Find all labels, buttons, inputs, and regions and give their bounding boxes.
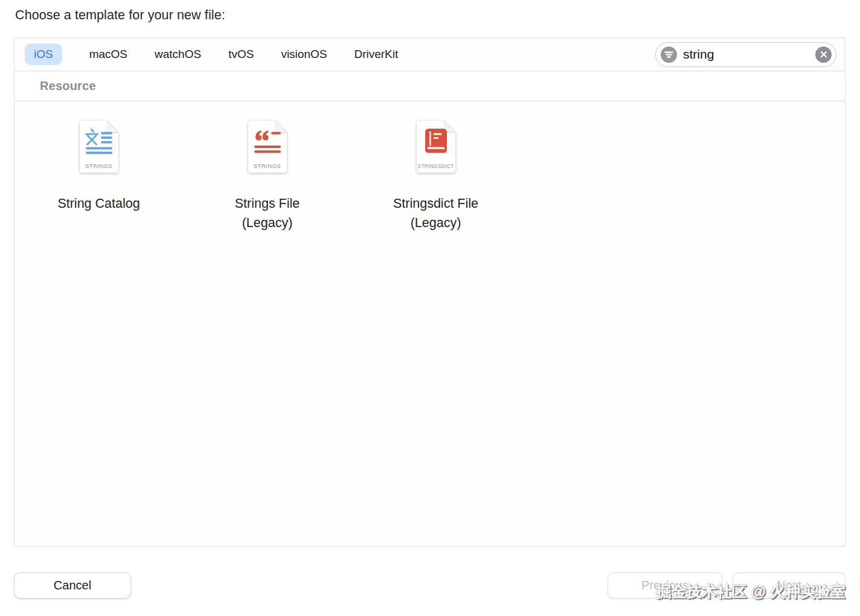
template-item-string-catalog[interactable]: STRINGS String Catalog [14, 120, 183, 233]
template-name: String Catalog [57, 194, 140, 213]
document-type-badge: STRINGS [79, 162, 119, 169]
tab-driverkit[interactable]: DriverKit [354, 43, 398, 65]
template-name: Stringsdict File (Legacy) [393, 194, 478, 233]
next-button[interactable]: Next [733, 573, 846, 598]
template-name: Strings File (Legacy) [235, 194, 300, 233]
strings-file-document-icon: STRINGS [248, 120, 287, 173]
stringsdict-book-document-icon: STRINGSDICT [416, 120, 456, 173]
tab-macos[interactable]: macOS [89, 43, 127, 65]
template-chooser-panel: iOS macOS watchOS tvOS visionOS DriverKi… [14, 37, 846, 547]
tab-ios[interactable]: iOS [25, 43, 62, 65]
template-grid: STRINGS String Catalog [14, 101, 845, 233]
string-catalog-document-icon: STRINGS [79, 120, 119, 173]
previous-button[interactable]: Previous [608, 573, 722, 598]
section-header-row: Resource [14, 71, 845, 101]
platform-tabbar: iOS macOS watchOS tvOS visionOS DriverKi… [14, 38, 845, 71]
tab-watchos[interactable]: watchOS [155, 43, 201, 65]
platform-tabs: iOS macOS watchOS tvOS visionOS DriverKi… [25, 43, 398, 65]
search-input[interactable]: string [683, 47, 815, 62]
tab-tvos[interactable]: tvOS [228, 43, 254, 65]
tab-visionos[interactable]: visionOS [281, 43, 327, 65]
clear-x-icon[interactable] [815, 47, 832, 63]
cancel-button[interactable]: Cancel [14, 573, 131, 598]
filter-lines-icon[interactable] [661, 47, 677, 63]
section-header: Resource [40, 79, 96, 93]
page-title: Choose a template for your new file: [15, 8, 225, 23]
template-item-strings-file[interactable]: STRINGS Strings File (Legacy) [183, 120, 351, 233]
template-item-stringsdict-file[interactable]: STRINGSDICT Stringsdict File (Legacy) [351, 120, 520, 233]
document-type-badge: STRINGSDICT [416, 164, 456, 169]
search-field[interactable]: string [655, 42, 836, 67]
document-type-badge: STRINGS [248, 162, 287, 169]
